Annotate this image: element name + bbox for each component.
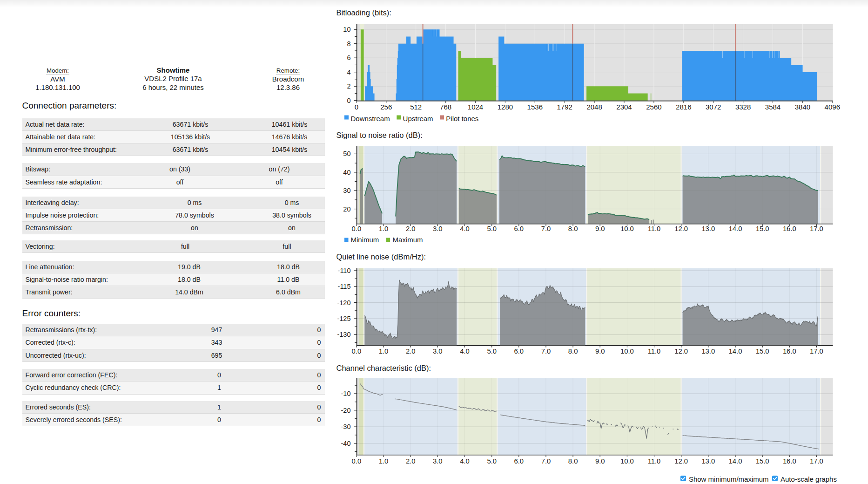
svg-text:768: 768 (440, 103, 451, 111)
svg-text:15.0: 15.0 (756, 348, 769, 355)
svg-text:30: 30 (343, 187, 350, 194)
svg-text:Bitloading (bits):: Bitloading (bits): (336, 8, 391, 17)
svg-text:0.0: 0.0 (352, 225, 362, 232)
svg-text:1.0: 1.0 (379, 225, 389, 232)
svg-text:1.0: 1.0 (379, 348, 389, 355)
svg-text:5.0: 5.0 (487, 225, 497, 232)
svg-text:7.0: 7.0 (541, 225, 551, 232)
svg-text:4096: 4096 (825, 103, 840, 111)
svg-text:9.0: 9.0 (595, 457, 605, 465)
svg-text:2.0: 2.0 (406, 457, 416, 465)
svg-text:11.0: 11.0 (648, 457, 661, 465)
svg-text:1536: 1536 (527, 103, 543, 111)
svg-text:15.0: 15.0 (756, 225, 769, 232)
svg-text:16.0: 16.0 (783, 457, 796, 465)
svg-text:-10: -10 (341, 390, 351, 397)
svg-text:16.0: 16.0 (783, 225, 796, 232)
svg-text:3840: 3840 (795, 103, 810, 111)
svg-text:10.0: 10.0 (620, 225, 634, 232)
svg-text:17.0: 17.0 (810, 457, 823, 465)
svg-text:2048: 2048 (586, 103, 602, 111)
svg-text:-115: -115 (338, 283, 351, 290)
svg-text:12.0: 12.0 (674, 457, 688, 465)
svg-text:0: 0 (355, 103, 358, 111)
svg-text:8.0: 8.0 (568, 457, 578, 465)
svg-text:4: 4 (347, 68, 350, 76)
svg-text:14.0: 14.0 (729, 225, 742, 232)
svg-text:-125: -125 (337, 315, 350, 322)
svg-text:-40: -40 (341, 440, 351, 447)
svg-text:14.0: 14.0 (729, 348, 742, 355)
svg-text:Downstream: Downstream (351, 115, 390, 123)
svg-text:17.0: 17.0 (810, 225, 823, 232)
svg-text:256: 256 (380, 103, 392, 111)
svg-text:7.0: 7.0 (541, 457, 551, 465)
svg-text:2: 2 (347, 82, 350, 90)
svg-text:13.0: 13.0 (701, 457, 715, 465)
svg-text:3072: 3072 (706, 103, 721, 111)
svg-text:3.0: 3.0 (433, 348, 443, 355)
svg-text:50: 50 (343, 150, 350, 157)
svg-text:8: 8 (347, 40, 350, 48)
svg-text:11.0: 11.0 (648, 225, 661, 232)
svg-text:-30: -30 (341, 423, 351, 430)
svg-text:12.0: 12.0 (674, 225, 688, 232)
svg-text:-20: -20 (341, 407, 351, 414)
svg-text:2560: 2560 (646, 103, 661, 111)
svg-text:13.0: 13.0 (701, 225, 715, 232)
svg-text:-110: -110 (338, 267, 351, 274)
svg-text:10: 10 (343, 26, 350, 33)
svg-text:10.0: 10.0 (620, 457, 634, 465)
svg-text:1024: 1024 (468, 103, 483, 111)
svg-text:13.0: 13.0 (701, 348, 715, 355)
svg-text:9.0: 9.0 (595, 225, 605, 232)
svg-text:11.0: 11.0 (648, 348, 661, 355)
svg-text:Minimum: Minimum (351, 236, 379, 244)
svg-text:40: 40 (343, 169, 350, 176)
svg-text:-120: -120 (337, 299, 350, 307)
svg-text:3.0: 3.0 (433, 225, 443, 232)
svg-text:Pilot tones: Pilot tones (446, 115, 478, 123)
svg-text:20: 20 (343, 205, 350, 213)
svg-text:4.0: 4.0 (460, 457, 470, 465)
svg-text:16.0: 16.0 (783, 348, 796, 355)
svg-text:6.0: 6.0 (514, 225, 524, 232)
svg-text:Quiet line noise (dBm/Hz):: Quiet line noise (dBm/Hz): (336, 252, 426, 261)
svg-text:Channel characteristic (dB):: Channel characteristic (dB): (336, 364, 431, 372)
svg-text:1792: 1792 (557, 103, 572, 111)
svg-text:4.0: 4.0 (460, 348, 470, 355)
svg-text:6.0: 6.0 (514, 348, 524, 355)
svg-text:5.0: 5.0 (487, 457, 497, 465)
svg-text:12.0: 12.0 (674, 348, 688, 355)
svg-text:14.0: 14.0 (729, 457, 742, 465)
svg-text:17.0: 17.0 (810, 348, 823, 355)
svg-text:3584: 3584 (765, 103, 781, 111)
svg-text:Maximum: Maximum (393, 236, 423, 244)
svg-text:Upstream: Upstream (403, 115, 433, 123)
svg-text:1280: 1280 (498, 103, 513, 111)
svg-text:8.0: 8.0 (568, 348, 578, 355)
svg-text:512: 512 (410, 103, 422, 111)
svg-text:2816: 2816 (676, 103, 691, 111)
svg-text:10.0: 10.0 (620, 348, 634, 355)
svg-text:0.0: 0.0 (352, 457, 362, 465)
svg-text:Signal to noise ratio (dB):: Signal to noise ratio (dB): (336, 131, 423, 139)
svg-text:7.0: 7.0 (541, 348, 551, 355)
svg-text:1.0: 1.0 (379, 457, 389, 465)
svg-text:0: 0 (347, 97, 350, 104)
svg-text:8.0: 8.0 (568, 225, 578, 232)
svg-text:2.0: 2.0 (406, 348, 416, 355)
svg-text:5.0: 5.0 (487, 348, 497, 355)
svg-text:2304: 2304 (616, 103, 632, 111)
svg-text:3328: 3328 (735, 103, 751, 111)
svg-text:4.0: 4.0 (460, 225, 470, 232)
svg-text:6.0: 6.0 (514, 457, 524, 465)
svg-text:6: 6 (347, 54, 350, 61)
svg-text:3.0: 3.0 (433, 457, 443, 465)
svg-text:2.0: 2.0 (406, 225, 416, 232)
svg-text:15.0: 15.0 (756, 457, 769, 465)
svg-text:9.0: 9.0 (595, 348, 605, 355)
svg-text:0.0: 0.0 (352, 348, 362, 355)
svg-text:-130: -130 (337, 331, 350, 338)
